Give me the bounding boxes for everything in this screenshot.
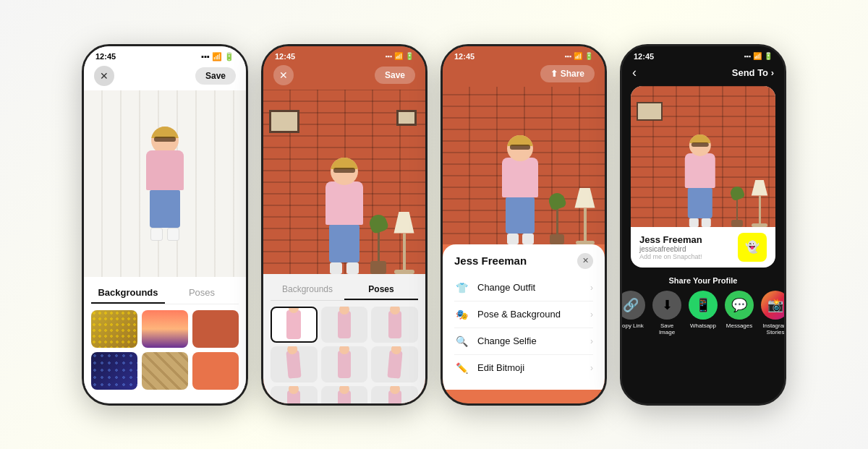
phone1-time: 12:45 [95,52,116,61]
phone2-time: 12:45 [275,52,295,61]
outfit-icon: 👕 [454,282,469,294]
phone2-backgrounds-tab[interactable]: Backgrounds [271,280,344,300]
phone2-poses-tab[interactable]: Poses [344,280,418,300]
menu-item-edit-bitmoji[interactable]: ✏️ Edit Bitmoji › [454,355,593,381]
pose-5[interactable] [321,346,368,382]
card-lamp [749,180,770,227]
card-brick-bg [631,86,775,227]
share-save-image[interactable]: ⬇ Save Image [652,291,681,336]
card-info: Jess Freeman jessicafreebird Add me on S… [631,227,775,268]
copy-link-label: Copy Link [622,322,644,330]
pose-8[interactable] [321,386,368,403]
share-icons-row: 🔗 Copy Link ⬇ Save Image 📱 Whatsapp 💬 Me… [622,291,784,336]
phone3-share-button[interactable]: ⬆ Share [540,65,595,82]
phone2-status-icons: ▪▪▪ 📶 🔋 [385,52,414,60]
lamp3 [572,188,597,244]
bitmoji-chevron: › [590,363,593,373]
bg-thumb-leopard[interactable] [142,352,188,390]
phone4-status-icons: ▪▪▪ 📶 🔋 [744,52,773,60]
pose-2[interactable] [321,307,368,343]
messages-label: Messages [726,322,752,330]
phone1-poses-tab[interactable]: Poses [165,283,239,304]
pose-4[interactable] [271,346,318,382]
phone3-time: 12:45 [454,52,475,61]
pose-9[interactable] [371,386,418,403]
share-instagram[interactable]: 📸 Instagram Stories [761,291,784,336]
frame-left [269,110,299,133]
bg-thumb-night[interactable] [91,352,137,390]
bg-thumb-brick[interactable] [192,310,239,348]
instagram-label: Instagram Stories [761,322,784,336]
card-add-me: Add me on Snapchat! [639,253,702,260]
menu-item-change-selfie[interactable]: 🔍 Change Selfie › [454,328,593,355]
phone1-save-button[interactable]: Save [195,67,236,85]
poses-panel: Backgrounds Poses [263,274,425,403]
battery-icon: 🔋 [224,52,234,61]
pose-chevron: › [590,309,593,320]
scene: 12:45 ▪▪▪ 📶 🔋 ✕ Save [0,0,868,449]
card-plant [731,187,744,227]
phone1-backgrounds-tab[interactable]: Backgrounds [91,283,165,304]
phone2-close-button[interactable]: ✕ [273,65,294,85]
outfit-label: Change Outfit [477,282,582,293]
phone4-time: 12:45 [634,52,654,61]
share-messages[interactable]: 💬 Messages [725,291,754,336]
wifi-icon2: 📶 [394,52,403,60]
plant [367,215,389,274]
send-to-button[interactable]: Send To › [732,67,774,78]
phone3-brick-bg [443,87,605,244]
whatsapp-label: Whatsapp [690,322,716,330]
phone-3: 12:45 ▪▪▪ 📶 🔋 ⬆ Share [441,44,607,406]
share-profile-label: Share Your Profile [622,276,784,285]
phone3-bitmoji [502,135,538,244]
save-image-icon: ⬇ [652,291,681,320]
wifi-icon4: 📶 [753,52,762,60]
card-username: Jess Freeman [639,234,702,245]
signal-icon2: ▪▪▪ [385,53,392,60]
card-bitmoji [685,134,715,227]
whatsapp-icon: 📱 [689,291,718,320]
wifi-icon3: 📶 [574,52,582,60]
phone1-status-icons: ▪▪▪ 📶 🔋 [201,52,234,61]
bg-thumb-sunset[interactable] [142,310,188,348]
pose-icon: 🎭 [454,309,469,320]
share-close-button[interactable]: ✕ [577,253,593,269]
menu-item-pose-background[interactable]: 🎭 Pose & Background › [454,302,593,328]
phone2-save-button[interactable]: Save [375,67,415,84]
bg-thumb-dots[interactable] [91,310,137,348]
phone-2: 12:45 ▪▪▪ 📶 🔋 ✕ Save [261,44,427,406]
signal-icon3: ▪▪▪ [564,53,571,60]
pose-bg-label: Pose & Background [477,309,582,320]
bitmoji-label: Edit Bitmoji [477,362,582,373]
phone1-close-button[interactable]: ✕ [94,66,114,86]
phone-1: 12:45 ▪▪▪ 📶 🔋 ✕ Save [82,44,248,406]
copy-link-icon: 🔗 [622,291,645,320]
backgrounds-grid [91,310,239,390]
profile-card: Jess Freeman jessicafreebird Add me on S… [631,86,775,268]
bg-thumb-orange[interactable] [192,352,239,390]
card-frame [637,102,663,121]
selfie-chevron: › [590,336,593,346]
snapchat-qr-icon: 👻 [738,233,767,262]
phone3-status-icons: ▪▪▪ 📶 🔋 [564,52,593,60]
share-panel-title: Jess Freeman [454,255,527,267]
pose-3[interactable] [371,307,418,343]
pose-6[interactable] [371,346,418,382]
lamp [391,212,417,274]
signal-icon: ▪▪▪ [201,52,210,61]
menu-item-change-outfit[interactable]: 👕 Change Outfit › [454,275,593,302]
pose-selected[interactable] [271,307,318,343]
selfie-label: Change Selfie [477,335,582,346]
pose-7[interactable] [271,386,318,403]
instagram-icon: 📸 [761,291,784,320]
share-whatsapp[interactable]: 📱 Whatsapp [689,291,718,336]
card-handle: jessicafreebird [639,245,702,253]
share-copy-link[interactable]: 🔗 Copy Link [622,291,645,336]
selfie-icon: 🔍 [454,335,469,347]
outfit-chevron: › [590,283,593,293]
battery-icon4: 🔋 [764,52,773,60]
back-button[interactable]: ‹ [632,65,637,80]
phone-4: 12:45 ▪▪▪ 📶 🔋 ‹ Send To › [620,44,786,406]
battery-icon3: 🔋 [584,52,593,60]
poses-grid [271,307,418,403]
